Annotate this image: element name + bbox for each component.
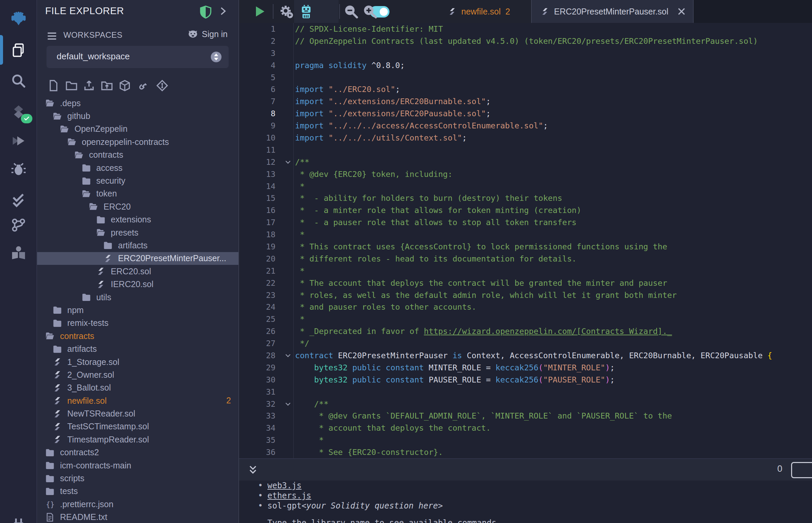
close-icon[interactable] (676, 6, 687, 17)
tree-folder[interactable]: security (37, 174, 239, 187)
tree-folder[interactable]: contracts (37, 329, 239, 342)
fold-chevron-icon[interactable] (281, 351, 295, 360)
terminal-search-input[interactable] (791, 462, 812, 478)
code-line[interactable]: 9import "../../../access/AccessControlEn… (239, 120, 812, 132)
terminal-library-link[interactable]: web3.js (267, 481, 301, 490)
link-icon[interactable] (136, 78, 151, 93)
tree-file[interactable]: NewTSReader.sol (37, 407, 239, 420)
tree-folder[interactable]: .deps (37, 97, 239, 109)
tree-folder[interactable]: ERC20 (37, 200, 239, 213)
tree-file[interactable]: 3_Ballot.sol (37, 381, 239, 394)
code-line[interactable]: 22 * The account that deploys the contra… (239, 277, 812, 289)
tree-file[interactable]: ERC20.sol (37, 265, 239, 278)
tree-file[interactable]: ERC20PresetMinterPauser... (37, 252, 239, 265)
code-line[interactable]: 2// OpenZeppelin Contracts (last updated… (239, 35, 812, 47)
sign-in-button[interactable]: Sign in (187, 29, 228, 39)
tree-folder[interactable]: github (37, 109, 239, 122)
code-line[interactable]: 1// SPDX-License-Identifier: MIT (239, 23, 812, 35)
tree-file[interactable]: TestSCTimestamp.sol (37, 420, 239, 433)
terminal-collapse-icon[interactable] (247, 464, 259, 476)
code-line[interactable]: 24 * and pauser roles to other accounts. (239, 301, 812, 313)
code-line[interactable]: 26 * _Deprecated in favor of https://wiz… (239, 325, 812, 337)
fold-chevron-icon[interactable] (281, 158, 295, 166)
search-icon[interactable] (0, 69, 37, 93)
ai-copilot-icon[interactable] (297, 0, 316, 23)
code-editor[interactable]: 1// SPDX-License-Identifier: MIT2// Open… (239, 23, 812, 458)
code-line[interactable]: 29 bytes32 public constant MINTER_ROLE =… (239, 362, 812, 374)
file-explorer-icon[interactable] (0, 38, 37, 62)
terminal-library-link[interactable]: ethers.js (267, 491, 311, 501)
deploy-run-icon[interactable] (0, 129, 37, 153)
code-line[interactable]: 35 * (239, 434, 812, 446)
editor-tab[interactable]: newfile.sol2 (439, 0, 531, 23)
publish-box-icon[interactable] (117, 78, 132, 93)
upload-file-icon[interactable] (82, 78, 96, 93)
code-line[interactable]: 31 (239, 386, 812, 398)
debugger-icon[interactable] (0, 158, 37, 182)
code-line[interactable]: 4pragma solidity ^0.8.0; (239, 59, 812, 71)
zoom-in-icon[interactable] (360, 0, 379, 23)
code-line[interactable]: 8import "../extensions/ERC20Pausable.sol… (239, 108, 812, 120)
tree-folder[interactable]: access (37, 161, 239, 174)
code-line[interactable]: 28contract ERC20PresetMinterPauser is Co… (239, 349, 812, 362)
tree-file[interactable]: 2_Owner.sol (37, 368, 239, 381)
collapse-panel-icon[interactable] (218, 6, 228, 16)
plug-icon[interactable] (0, 513, 37, 523)
git-clone-icon[interactable] (155, 78, 170, 93)
code-line[interactable]: 20 * different roles - head to its docum… (239, 253, 812, 265)
tree-folder[interactable]: presets (37, 226, 239, 239)
code-line[interactable]: 15 * - ability for holders to burn (dest… (239, 192, 812, 204)
editor-tab[interactable]: ERC20PresetMinterPauser.sol (531, 0, 694, 23)
code-line[interactable]: 10import "../../../utils/Context.sol"; (239, 132, 812, 144)
run-script-button[interactable] (249, 0, 269, 23)
code-line[interactable]: 25 * (239, 313, 812, 325)
upload-folder-icon[interactable] (100, 78, 114, 93)
tree-folder[interactable]: contracts (37, 149, 239, 161)
plugin-manager-icon[interactable] (0, 240, 37, 265)
code-line[interactable]: 21 * (239, 265, 812, 277)
tree-file[interactable]: README.txt (37, 511, 239, 523)
tree-folder[interactable]: OpenZeppelin (37, 123, 239, 136)
code-line[interactable]: 16 * - a minter role that allows for tok… (239, 204, 812, 216)
zoom-out-icon[interactable] (341, 0, 360, 23)
tree-file[interactable]: newfile.sol2 (37, 394, 239, 407)
code-line[interactable]: 7import "../extensions/ERC20Burnable.sol… (239, 95, 812, 108)
git-icon[interactable] (0, 213, 37, 237)
code-line[interactable]: 17 * - a pauser role that allows to stop… (239, 216, 812, 229)
code-line[interactable]: 23 * roles, as well as the default admin… (239, 289, 812, 301)
new-folder-icon[interactable] (64, 78, 79, 93)
tree-folder[interactable]: tests (37, 485, 239, 498)
tree-folder[interactable]: remix-tests (37, 317, 239, 329)
code-line[interactable]: 12/** (239, 156, 812, 168)
new-file-icon[interactable] (46, 78, 61, 93)
code-line[interactable]: 33 * @dev Grants `DEFAULT_ADMIN_ROLE`, `… (239, 410, 812, 422)
tree-folder[interactable]: icm-contracts-main (37, 459, 239, 472)
code-line[interactable]: 18 * (239, 229, 812, 240)
code-line[interactable]: 34 * account that deploys the contract. (239, 422, 812, 434)
code-line[interactable]: 36 * See {ERC20-constructor}. (239, 446, 812, 458)
code-line[interactable]: 19 * This contract uses {AccessControl} … (239, 240, 812, 253)
hamburger-menu-icon[interactable] (46, 31, 58, 41)
code-line[interactable]: 13 * @dev {ERC20} token, including: (239, 168, 812, 180)
code-line[interactable]: 6import "../ERC20.sol"; (239, 83, 812, 95)
tree-folder[interactable]: extensions (37, 213, 239, 226)
unit-testing-icon[interactable] (0, 188, 37, 212)
solidity-compiler-icon[interactable] (0, 100, 37, 124)
code-line[interactable]: 32 /** (239, 398, 812, 410)
tree-folder[interactable]: artifacts (37, 342, 239, 355)
tree-folder[interactable]: scripts (37, 472, 239, 485)
tree-folder[interactable]: artifacts (37, 239, 239, 252)
tree-file[interactable]: TimestampReader.sol (37, 433, 239, 446)
tree-folder[interactable]: openzeppelin-contracts (37, 136, 239, 148)
tree-folder[interactable]: npm (37, 304, 239, 317)
terminal-header[interactable]: 0 (239, 458, 812, 481)
code-line[interactable]: 30 bytes32 public constant PAUSER_ROLE =… (239, 374, 812, 386)
tree-file[interactable]: IERC20.sol (37, 278, 239, 290)
fold-chevron-icon[interactable] (281, 400, 295, 409)
tree-file[interactable]: {}.prettierrc.json (37, 498, 239, 510)
tree-folder[interactable]: utils (37, 291, 239, 304)
tree-folder[interactable]: token (37, 187, 239, 200)
code-line[interactable]: 3 (239, 47, 812, 59)
tree-file[interactable]: 1_Storage.sol (37, 356, 239, 368)
code-line[interactable]: 27 */ (239, 337, 812, 349)
